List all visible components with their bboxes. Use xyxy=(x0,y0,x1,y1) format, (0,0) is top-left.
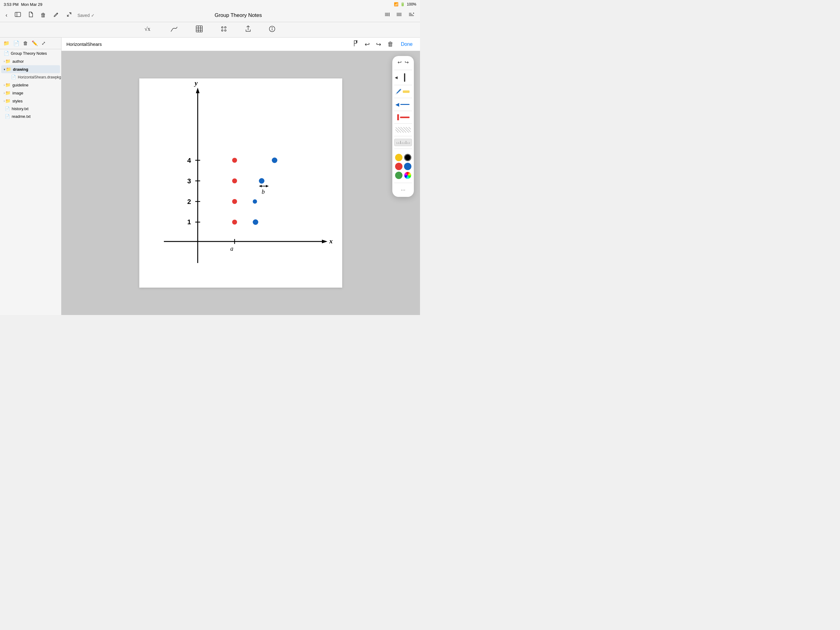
pen-selector-row: ◀ xyxy=(394,73,412,82)
color-palette xyxy=(394,153,413,180)
tool-undo-redo-group: ↩ ↪ xyxy=(396,59,409,66)
svg-rect-0 xyxy=(15,12,21,17)
math-button[interactable]: √x xyxy=(142,24,156,36)
pen-button[interactable] xyxy=(168,24,181,36)
saved-label: Saved xyxy=(77,13,90,18)
color-blue[interactable] xyxy=(404,163,411,170)
sidebar-item-drawing[interactable]: ▾ 📁 drawing xyxy=(1,65,60,73)
divider-4 xyxy=(394,111,412,111)
svg-point-46 xyxy=(253,199,257,204)
sidebar-item-author[interactable]: › 📁 author xyxy=(1,57,60,65)
sidebar-expand2-button[interactable]: ⤢ xyxy=(41,40,46,47)
sidebar-file-button[interactable]: 📄 xyxy=(12,40,20,47)
sidebar-drawing-label: drawing xyxy=(13,67,28,72)
folder-author-icon: 📁 xyxy=(5,59,11,64)
svg-point-24 xyxy=(272,27,272,28)
canvas-wrapper: y x 1 2 3 4 xyxy=(62,51,420,315)
list-view-button[interactable] xyxy=(394,11,404,20)
collapse-button[interactable] xyxy=(382,11,392,20)
file-hs-icon: 📄 xyxy=(11,75,16,79)
left-arrow-icon: ◀ xyxy=(395,75,398,80)
red-pen-tip-icon: ▐ xyxy=(395,114,399,120)
svg-point-45 xyxy=(253,219,258,225)
eraser-tool[interactable] xyxy=(394,126,412,133)
undo-header-button[interactable]: ↩ xyxy=(363,40,371,49)
svg-point-44 xyxy=(232,158,237,163)
sidebar-trash-button[interactable]: 🗑 xyxy=(22,40,29,47)
sidebar: 📁 📄 🗑 ✏️ ⤢ 📄 Group Theory Notes › 📁 auth… xyxy=(0,38,62,315)
time: 3:53 PM xyxy=(4,2,19,7)
chevron-author-icon: › xyxy=(4,60,5,63)
battery-percent: 100% xyxy=(407,2,416,6)
sidebar-item-group-theory[interactable]: 📄 Group Theory Notes xyxy=(1,49,60,57)
chevron-drawing-icon: ▾ xyxy=(4,68,5,71)
pen-cursor-button[interactable] xyxy=(352,39,360,49)
secondary-toolbar: √x xyxy=(0,22,420,38)
svg-marker-28 xyxy=(322,240,327,243)
folder-guideline-icon: 📁 xyxy=(5,82,11,87)
sidebar-item-guideline[interactable]: › 📁 guideline xyxy=(1,81,60,89)
color-red[interactable] xyxy=(395,163,403,170)
folder-drawing-icon: 📁 xyxy=(6,67,11,72)
trash-button[interactable]: 🗑 xyxy=(39,11,48,20)
share-button[interactable] xyxy=(242,24,254,36)
color-black[interactable] xyxy=(404,154,411,161)
divider-7 xyxy=(394,149,412,149)
drawing-canvas[interactable]: y x 1 2 3 4 xyxy=(139,78,342,288)
svg-point-43 xyxy=(232,179,237,184)
chevron-image-icon: › xyxy=(4,91,5,95)
color-wheel[interactable] xyxy=(404,172,411,179)
svg-text:y: y xyxy=(194,79,198,87)
tools-redo-button[interactable]: ↪ xyxy=(404,59,409,66)
svg-marker-26 xyxy=(196,88,199,93)
svg-point-19 xyxy=(225,27,226,28)
folder-styles-icon: 📁 xyxy=(5,98,11,103)
expand-button[interactable] xyxy=(65,11,74,20)
sidebar-history-label: history.txt xyxy=(12,106,28,111)
outline-button[interactable] xyxy=(406,11,416,20)
table-button[interactable] xyxy=(193,24,205,36)
sidebar-toggle-button[interactable] xyxy=(13,11,23,20)
color-green[interactable] xyxy=(395,172,403,179)
back-button[interactable]: ‹ xyxy=(4,11,9,20)
more-tools-button[interactable]: ··· xyxy=(399,185,406,195)
sidebar-hs-label: HorizontalShears.drawpkg xyxy=(18,75,61,79)
apps-button[interactable] xyxy=(218,24,230,36)
document-title: Group Theory Notes xyxy=(215,12,262,19)
sidebar-item-readme[interactable]: 📄 readme.txt xyxy=(1,112,60,120)
redo-header-button[interactable]: ↪ xyxy=(375,40,382,49)
sidebar-styles-label: styles xyxy=(12,99,22,103)
ruler-tool[interactable] xyxy=(394,139,412,146)
saved-check: ✓ xyxy=(91,13,95,18)
yellow-highlighter[interactable]: 🖊️ xyxy=(394,88,412,95)
svg-point-41 xyxy=(232,220,237,225)
svg-text:a: a xyxy=(230,245,234,252)
new-file-button[interactable] xyxy=(27,11,35,20)
divider-8 xyxy=(394,183,412,183)
color-yellow[interactable] xyxy=(395,154,403,161)
sidebar-item-styles[interactable]: › 📁 styles xyxy=(1,97,60,105)
delete-drawing-button[interactable]: 🗑 xyxy=(386,40,395,49)
main-toolbar: ‹ 🗑 Saved xyxy=(0,9,420,22)
red-pen[interactable]: ▐ xyxy=(394,114,412,121)
pen-nib-dark xyxy=(404,73,405,82)
status-bar: 3:53 PM Mon Mar 29 📶 🔋 100% xyxy=(0,0,420,9)
sidebar-edit2-button[interactable]: ✏️ xyxy=(31,40,39,47)
drawing-actions: ↩ ↪ 🗑 Done xyxy=(352,39,415,49)
blue-pen-tip-icon: ◀ xyxy=(395,101,399,108)
blue-pen[interactable]: ◀ xyxy=(394,101,412,108)
edit-button[interactable] xyxy=(52,11,61,20)
done-button[interactable]: Done xyxy=(398,40,415,48)
sidebar-item-image[interactable]: › 📁 image xyxy=(1,89,60,97)
svg-text:√x: √x xyxy=(145,26,150,32)
sidebar-item-history[interactable]: 📄 history.txt xyxy=(1,105,60,112)
wifi-icon: 📶 xyxy=(394,2,398,6)
info-button[interactable] xyxy=(266,24,278,36)
chevron-styles-icon: › xyxy=(4,99,5,103)
tools-undo-button[interactable]: ↩ xyxy=(396,59,403,66)
svg-point-42 xyxy=(232,199,237,204)
sidebar-item-horizontalshears[interactable]: 📄 HorizontalShears.drawpkg xyxy=(1,73,60,81)
svg-text:b: b xyxy=(262,188,265,195)
sidebar-folder-button[interactable]: 📁 xyxy=(2,40,11,47)
drawing-header: HorizontalShears ↩ ↪ 🗑 Done xyxy=(62,38,420,51)
